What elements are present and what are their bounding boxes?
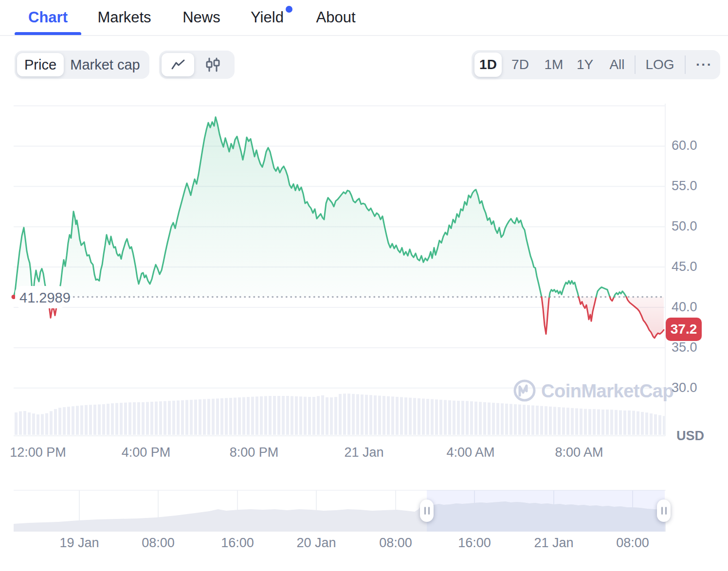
chart-type-toggle-group [159,51,235,79]
navigator-tick-1: 19 Jan [59,535,99,551]
candlestick-type-button[interactable] [194,57,231,72]
tab-markets[interactable]: Markets [96,0,152,35]
tab-news[interactable]: News [182,0,221,35]
range-1y-button[interactable]: 1Y [577,50,593,79]
page-tabs: Chart Markets News Yield About [0,0,728,36]
y-axis-tick-60.0: 60.0 [672,138,697,153]
x-axis-tick-5: 4:00 AM [446,445,494,460]
x-axis-tick-3: 8:00 PM [230,445,279,460]
range-all-button[interactable]: All [609,50,624,79]
navigator-tick-8: 08:00 [616,535,649,551]
log-scale-label: LOG [645,57,674,72]
range-all-label: All [609,57,624,72]
tab-chart[interactable]: Chart [15,0,81,35]
y-axis-tick-35.0: 35.0 [672,340,697,355]
navigator-tick-3: 16:00 [221,535,254,551]
y-axis-tick-55.0: 55.0 [672,178,697,194]
tab-chart-label: Chart [28,9,68,26]
tab-markets-label: Markets [97,9,151,26]
marketcap-toggle-label: Market cap [70,57,140,73]
navigator-tick-5: 08:00 [379,535,412,551]
range-divider-2 [685,55,686,74]
range-7d-label: 7D [511,57,529,72]
navigator-tick-7: 21 Jan [534,535,573,551]
yield-notification-dot [286,6,292,13]
tab-yield-label: Yield [251,9,284,26]
tab-news-label: News [182,9,220,26]
line-chart-icon [171,58,185,71]
price-toggle-label: Price [24,57,56,73]
x-axis-tick-2: 4:00 PM [122,445,171,460]
currency-label: USD [676,428,704,444]
log-scale-button[interactable]: LOG [645,50,674,79]
navigator-tick-4: 20 Jan [296,535,336,551]
tab-about-label: About [316,9,355,26]
x-axis-tick-6: 8:00 AM [555,445,603,460]
range-divider [635,55,636,74]
navigator-right-handle[interactable] [657,500,671,522]
metric-toggle-group: Price Market cap [15,51,149,79]
y-axis-tick-50.0: 50.0 [672,219,697,234]
tab-about[interactable]: About [315,0,356,35]
y-axis-tick-30.0: 30.0 [672,380,697,395]
y-axis-tick-40.0: 40.0 [672,300,697,315]
range-selector-group: 1D 7D 1M 1Y All LOG ··· [472,50,720,79]
svg-text:CoinMarketCap: CoinMarketCap [541,381,673,401]
x-axis-tick-4: 21 Jan [344,445,383,460]
price-chart-canvas[interactable]: CoinMarketCap [0,0,728,571]
navigator-tick-2: 08:00 [142,535,175,551]
baseline-price-label: 41.2989 [19,290,71,306]
range-1d-label: 1D [479,57,497,72]
range-1m-button[interactable]: 1M [545,50,564,79]
x-axis-tick-1: 12:00 PM [10,445,66,460]
more-options-icon: ··· [696,57,712,72]
range-1y-label: 1Y [577,57,593,72]
y-axis-tick-45.0: 45.0 [672,259,697,274]
range-1d-button[interactable]: 1D [474,53,502,77]
navigator-left-handle[interactable] [420,500,434,522]
candlestick-icon [204,57,221,72]
range-7d-button[interactable]: 7D [511,50,529,79]
more-options-button[interactable]: ··· [696,50,712,79]
line-chart-type-button[interactable] [162,53,194,76]
price-toggle-button[interactable]: Price [17,53,64,76]
nav-divider [0,35,728,36]
marketcap-toggle-button[interactable]: Market cap [64,57,146,73]
navigator-tick-6: 16:00 [458,535,491,551]
last-price-badge: 37.2 [666,318,702,341]
range-1m-label: 1M [545,57,564,72]
tab-yield[interactable]: Yield [251,0,284,35]
